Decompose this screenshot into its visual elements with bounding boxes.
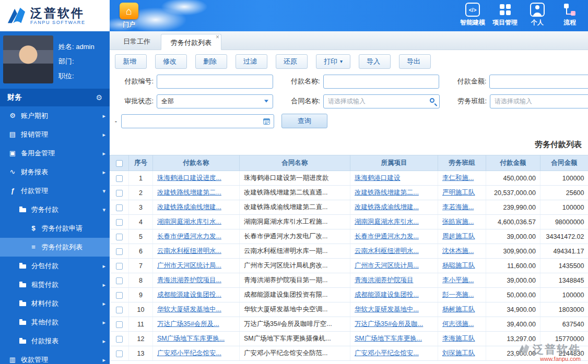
cell-team[interactable]: 李小平施...: [438, 273, 486, 288]
sidebar-item[interactable]: ƒ 付款管理 ▾: [0, 181, 110, 200]
row-checkbox[interactable]: [116, 190, 123, 197]
table-row[interactable]: 2 改建铁路线增建第二... 改建铁路线增建第二线直通... 改建铁路线增建第二…: [110, 186, 588, 200]
cell-team[interactable]: 张皓宸施...: [438, 215, 486, 229]
cell-team[interactable]: 李若海施...: [438, 200, 486, 215]
payment-no-input[interactable]: [157, 75, 273, 89]
cell-project[interactable]: 改建铁路线增建第二...: [350, 186, 438, 200]
toolbar-button[interactable]: 删除: [195, 54, 227, 69]
sidebar-item[interactable]: 其他付款 ▸: [0, 313, 110, 332]
cell-payment-name[interactable]: 改建铁路成渝线增建...: [153, 200, 240, 215]
date-to-input[interactable]: [121, 114, 274, 128]
row-checkbox[interactable]: [116, 292, 123, 299]
cell-payment-name[interactable]: 云南水利枢纽潜明水...: [153, 244, 240, 259]
cell-payment-name[interactable]: 广安邓小平纪念馆安...: [153, 346, 240, 361]
table-row[interactable]: 13 广安邓小平纪念馆安... 广安邓小平纪念馆安全防范... 广安邓小平纪念馆…: [110, 346, 588, 361]
contract-name-input[interactable]: [323, 94, 440, 108]
cell-team[interactable]: 周超施工队: [438, 229, 486, 244]
sidebar-item[interactable]: 分包付款 ▸: [0, 257, 110, 275]
toolbar-button[interactable]: 过滤: [236, 54, 267, 69]
cell-team[interactable]: 杨树施工队: [438, 302, 486, 317]
cell-project[interactable]: 万达广场35#会所及咖...: [350, 317, 438, 332]
cell-payment-name[interactable]: 华软大厦研发基地中...: [153, 302, 240, 317]
cell-payment-name[interactable]: SM广场地下车库更换...: [153, 332, 240, 346]
sidebar-item[interactable]: ⚙ 账户期初 ▸: [0, 106, 110, 125]
sidebar-item[interactable]: 付款报表 ▸: [0, 332, 110, 350]
sidebar-item[interactable]: ∿ 财务报表 ▸: [0, 163, 110, 181]
row-checkbox[interactable]: [116, 219, 123, 226]
labor-team-input[interactable]: [490, 94, 588, 108]
table-row[interactable]: 7 广州市天河区统计局... 广州市天河区统计局机房改... 广州市天河区统计局…: [110, 259, 588, 273]
cell-project[interactable]: 珠海鹤港口建设: [350, 171, 438, 186]
select-all-checkbox[interactable]: [116, 160, 123, 167]
cell-project[interactable]: 长春市伊通河水力发...: [350, 229, 438, 244]
sidebar-item[interactable]: ▤ 报销管理 ▸: [0, 125, 110, 144]
row-checkbox[interactable]: [116, 350, 123, 357]
search-icon[interactable]: [430, 98, 434, 103]
row-checkbox[interactable]: [116, 234, 123, 240]
table-row[interactable]: 3 改建铁路成渝线增建... 改建铁路成渝线增建第二直... 改建铁路成渝线增建…: [110, 200, 588, 215]
header-nav-item[interactable]: 项目管理: [489, 3, 521, 27]
row-checkbox[interactable]: [116, 336, 123, 343]
cell-payment-name[interactable]: 广州市天河区统计局...: [153, 259, 240, 273]
cell-project[interactable]: 华软大厦研发基地中...: [350, 302, 438, 317]
header-nav-item[interactable]: 智能建模: [456, 3, 489, 27]
payment-name-input[interactable]: [323, 75, 440, 89]
table-row[interactable]: 10 华软大厦研发基地中... 华软大厦研发基地中央空调... 华软大厦研发基地…: [110, 302, 588, 317]
row-checkbox[interactable]: [116, 204, 123, 211]
sidebar-item[interactable]: $ 劳务付款申请: [0, 219, 110, 238]
query-button[interactable]: 查询: [281, 114, 327, 128]
cell-payment-name[interactable]: 改建铁路线增建第二...: [153, 186, 240, 200]
payment-amount-input[interactable]: [489, 75, 588, 89]
toolbar-button[interactable]: 新增: [115, 54, 147, 69]
cell-team[interactable]: 沈休杰施...: [438, 244, 486, 259]
cell-team[interactable]: 李仁和施...: [438, 171, 486, 186]
row-checkbox[interactable]: [116, 321, 123, 328]
cell-project[interactable]: 广州市天河区统计局...: [350, 259, 438, 273]
table-row[interactable]: 6 云南水利枢纽潜明水... 云南水利枢纽潜明水库一期... 云南水利枢纽潜明水…: [110, 244, 588, 259]
calendar-icon[interactable]: [263, 118, 270, 125]
cell-team[interactable]: 何志强施...: [438, 317, 486, 332]
cell-payment-name[interactable]: 湖南洞庭湖水库引水...: [153, 215, 240, 229]
row-checkbox[interactable]: [116, 175, 123, 182]
portal-button[interactable]: ⌂ 门户: [116, 3, 142, 29]
header-nav-item[interactable]: 流程: [554, 3, 586, 27]
table-row[interactable]: 9 成都能源建设集团投... 成都能源建设集团投资有限... 成都能源建设集团投…: [110, 288, 588, 302]
cell-project[interactable]: 湖南洞庭湖水库引水...: [350, 215, 438, 229]
cell-team[interactable]: 严明施工队: [438, 186, 486, 200]
cell-project[interactable]: SM广场地下车库更换...: [350, 332, 438, 346]
cell-project[interactable]: 改建铁路成渝线增建...: [350, 200, 438, 215]
cell-payment-name[interactable]: 青海洪湖养护院项目...: [153, 273, 240, 288]
cell-team[interactable]: 杨聪施工队: [438, 259, 486, 273]
toolbar-button[interactable]: 还原: [276, 54, 308, 69]
cell-payment-name[interactable]: 成都能源建设集团投...: [153, 288, 240, 302]
toolbar-button[interactable]: 打印 ▾: [316, 54, 350, 69]
cell-project[interactable]: 云南水利枢纽潜明水...: [350, 244, 438, 259]
cell-payment-name[interactable]: 珠海鹤港口建设进度...: [153, 171, 240, 186]
sidebar-section-finance[interactable]: 财务 ⚙: [0, 89, 110, 106]
tab[interactable]: 日常工作: [114, 33, 160, 50]
row-checkbox[interactable]: [116, 307, 123, 313]
table-row[interactable]: 4 湖南洞庭湖水库引水... 湖南洞庭湖水库引水工程施... 湖南洞庭湖水库引水…: [110, 215, 588, 229]
header-nav-item[interactable]: 个人: [521, 3, 554, 27]
row-checkbox[interactable]: [116, 248, 123, 255]
row-checkbox[interactable]: [116, 277, 123, 284]
sidebar-item[interactable]: ▣ 备用金管理 ▸: [0, 144, 110, 163]
cell-payment-name[interactable]: 长春市伊通河水力发...: [153, 229, 240, 244]
toolbar-button[interactable]: 导入: [359, 54, 391, 69]
sidebar-item[interactable]: ≡ 劳务付款列表: [0, 238, 110, 257]
cell-project[interactable]: 成都能源建设集团投...: [350, 288, 438, 302]
gear-icon[interactable]: ⚙: [96, 93, 102, 102]
approval-status-select[interactable]: 全部: [157, 94, 273, 108]
cell-payment-name[interactable]: 万达广场35#会所及...: [153, 317, 240, 332]
table-row[interactable]: 8 青海洪湖养护院项目... 青海洪湖养护院项目第一期... 青海洪湖养护院项目…: [110, 273, 588, 288]
sidebar-item[interactable]: 租赁付款 ▸: [0, 275, 110, 294]
toolbar-button[interactable]: 导出: [399, 54, 431, 69]
sidebar-item[interactable]: ▥ 收款管理 ▸: [0, 350, 110, 364]
cell-project[interactable]: 广安邓小平纪念馆安...: [350, 346, 438, 361]
cell-project[interactable]: 青海洪湖养护院项目: [350, 273, 438, 288]
sidebar-item[interactable]: 劳务付款 ▾: [0, 200, 110, 219]
table-row[interactable]: 12 SM广场地下车库更换... SM广场地下车库更换摄像机... SM广场地下…: [110, 332, 588, 346]
toolbar-button[interactable]: 修改: [155, 54, 187, 69]
cell-team[interactable]: 刘琛施工队: [438, 346, 486, 361]
close-icon[interactable]: ×: [216, 34, 219, 40]
